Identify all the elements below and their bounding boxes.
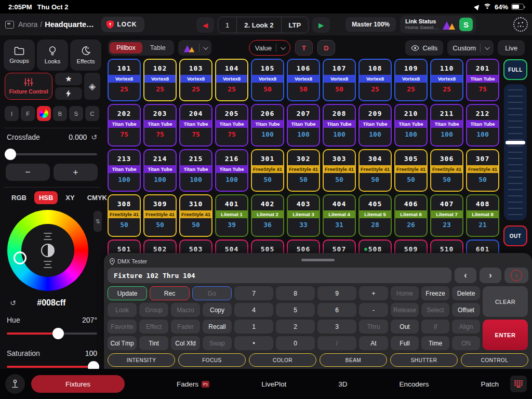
key-offset[interactable]: Offset [452,303,480,317]
palette-control[interactable]: CONTROL [461,353,528,367]
fixture-cell-307[interactable]: 307FreeStyle 4150 [466,149,499,192]
color-tab-cmyk[interactable]: CMYK [83,191,112,204]
command-send-button[interactable]: ↑ [504,268,528,283]
fixture-cell-215[interactable]: 215Titan Tube100 [179,149,212,192]
key-group[interactable]: Group [139,303,168,317]
filter-i[interactable]: I [5,106,19,121]
key-select[interactable]: Select [421,303,449,317]
table-tab[interactable]: Table [143,42,172,54]
key-7[interactable]: 7 [234,286,273,300]
drag-handle[interactable] [301,259,335,261]
fixture-cell-305[interactable]: 305FreeStyle 4150 [394,149,428,192]
link-status[interactable]: Link Status Home Sweet… S [400,16,476,33]
fixture-cell-204[interactable]: 204Titan Tube75 [179,104,212,147]
key-1[interactable]: 1 [234,320,273,334]
key-2[interactable]: 2 [276,320,315,334]
fixture-cell-203[interactable]: 203Titan Tube75 [143,104,177,147]
fixture-cell-402[interactable]: 402Litemat 236 [251,194,284,237]
fixture-cell-304[interactable]: 304FreeStyle 4150 [358,149,392,192]
saturation-slider[interactable] [7,366,97,368]
key-fader[interactable]: Fader [171,320,200,334]
key-swap[interactable]: Swap [203,336,232,350]
show-name[interactable]: Anora [18,20,37,29]
fixture-cell-303[interactable]: 303FreeStyle 4150 [323,149,356,192]
timing-button[interactable]: T [295,40,313,56]
fixture-cell-310[interactable]: 310FreeStyle 4150 [179,194,212,237]
key-col-tmp[interactable]: Col Tmp [108,336,137,350]
fixture-cell-206[interactable]: 206Titan Tube100 [251,104,284,147]
key-effect[interactable]: Effect [139,320,168,334]
hue-slider[interactable] [7,332,97,335]
key-copy[interactable]: Copy [203,303,232,317]
fixture-cell-212[interactable]: 212Titan Tube100 [466,104,499,147]
increment-button[interactable]: + [54,164,98,181]
key-update[interactable]: Update [108,286,147,300]
key-6[interactable]: 6 [317,303,356,317]
tab-patch[interactable]: Patch [481,380,499,388]
key--[interactable]: + [359,286,388,300]
hue-slider-thumb[interactable] [52,328,64,339]
key-home[interactable]: Home [391,286,419,300]
color-wheel[interactable] [7,210,88,291]
palette-focus[interactable]: FOCUS [178,353,246,367]
key-on[interactable]: ON [452,336,480,350]
key-go[interactable]: Go [192,286,232,300]
fixture-cell-107[interactable]: 107Vortex850 [323,59,356,101]
crossfade-reset-icon[interactable]: ↺ [91,133,97,141]
key-full[interactable]: Full [391,336,419,350]
fixture-cell-210[interactable]: 210Titan Tube100 [394,104,428,147]
key-col-xfd[interactable]: Col Xfd [171,336,200,350]
cue-display[interactable]: 1 2. Look 2 LTP [218,17,309,33]
fixture-cell-108[interactable]: 108Vortex825 [358,59,392,101]
file-name[interactable]: Headquarte… [45,20,94,29]
key-freeze[interactable]: Freeze [421,286,449,300]
fixture-cell-302[interactable]: 302FreeStyle 4150 [287,149,320,192]
fixture-cell-216[interactable]: 216Titan Tube100 [215,149,248,192]
fixture-cell-306[interactable]: 306FreeStyle 4150 [430,149,463,192]
master-fader-thumb[interactable] [506,141,525,144]
fixture-cell-202[interactable]: 202Titan Tube75 [108,104,141,147]
resize-handle[interactable]: ⇅ [94,211,102,232]
fixture-cell-408[interactable]: 408Litemat 821 [466,194,499,237]
command-next-button[interactable]: › [480,268,501,283]
palette-intensity[interactable]: INTENSITY [108,353,175,367]
fixture-cell-201[interactable]: 201Titan Tube75 [466,59,499,101]
fixture-cell-104[interactable]: 104Vortex825 [215,59,248,101]
favorites-button[interactable]: ★ [55,73,82,85]
key-recall[interactable]: Recall [203,320,232,334]
filter-c[interactable]: C [85,106,99,121]
fixture-cell-208[interactable]: 208Titan Tube100 [323,104,356,147]
key-favorite[interactable]: Favorite [108,320,137,334]
fixture-cell-109[interactable]: 109Vortex825 [394,59,428,101]
filter-s[interactable]: S [69,106,83,121]
hue-selector[interactable] [14,251,26,264]
sidebar-item-effects[interactable]: Effects [70,39,101,71]
live-button[interactable]: Live [498,40,525,56]
cue-mode[interactable]: LTP [281,17,309,33]
key--[interactable]: - [359,303,388,317]
fixture-cell-301[interactable]: 301FreeStyle 4150 [251,149,284,192]
key-4[interactable]: 4 [234,303,273,317]
color-tab-xy[interactable]: XY [61,191,79,204]
key-9[interactable]: 9 [317,286,356,300]
color-tab-hsb[interactable]: HSB [34,191,58,204]
color-tab-rgb[interactable]: RGB [7,191,31,204]
custom-dropdown[interactable]: Custom [447,40,494,56]
fixture-cell-406[interactable]: 406Litemat 626 [394,194,428,237]
fixture-cell-214[interactable]: 214Titan Tube100 [143,149,177,192]
fixture-control-button[interactable]: Fixture Control [5,73,52,100]
tab-liveplot[interactable]: LivePlot [261,380,286,388]
out-button[interactable]: OUT [503,225,527,246]
fixture-cell-207[interactable]: 207Titan Tube100 [287,104,320,147]
fixture-cell-213[interactable]: 213Titan Tube100 [108,149,141,192]
show-file-icon[interactable] [5,21,14,29]
delay-button[interactable]: D [317,40,335,56]
key-look[interactable]: Look [108,303,137,317]
key-if[interactable]: if [421,320,449,334]
fixture-cell-102[interactable]: 102Vortex825 [143,59,177,101]
fixture-cell-205[interactable]: 205Titan Tube75 [215,104,248,147]
clear-key[interactable]: CLEAR [483,286,528,317]
fixture-cell-209[interactable]: 209Titan Tube100 [358,104,392,147]
console-button[interactable] [5,374,25,394]
fixture-cell-211[interactable]: 211Titan Tube100 [430,104,463,147]
